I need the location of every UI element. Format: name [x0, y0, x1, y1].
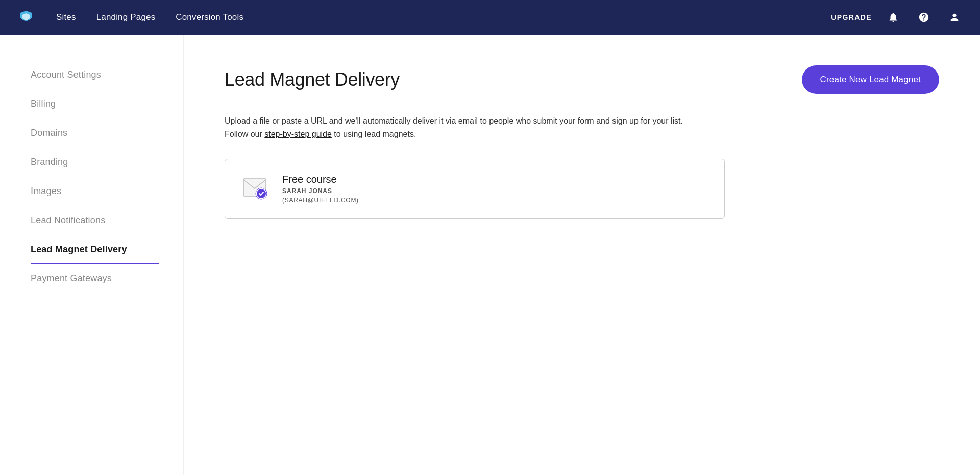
user-button[interactable] — [945, 8, 964, 27]
nav-conversion-tools[interactable]: Conversion Tools — [176, 12, 243, 22]
svg-point-3 — [257, 189, 266, 198]
nav-right: Upgrade — [831, 8, 964, 27]
description-text: Upload a file or paste a URL and we'll a… — [225, 114, 684, 140]
description-part2: to using lead magnets. — [332, 130, 416, 138]
sidebar-item-images[interactable]: Images — [31, 177, 159, 206]
lead-magnet-icon — [241, 175, 270, 203]
main-header: Lead Magnet Delivery Create New Lead Mag… — [225, 65, 939, 94]
card-info: Free course SARAH JONAS (SARAH@UIFEED.CO… — [282, 174, 359, 204]
sidebar-item-lead-magnet-delivery[interactable]: Lead Magnet Delivery — [31, 235, 159, 264]
sidebar-item-lead-notifications[interactable]: Lead Notifications — [31, 206, 159, 235]
main-content: Lead Magnet Delivery Create New Lead Mag… — [184, 35, 980, 475]
sidebar-item-branding[interactable]: Branding — [31, 148, 159, 177]
nav-links: Sites Landing Pages Conversion Tools — [56, 12, 811, 22]
logo-icon[interactable] — [16, 8, 36, 27]
sidebar-item-payment-gateways[interactable]: Payment Gateways — [31, 264, 159, 293]
page-title: Lead Magnet Delivery — [225, 69, 400, 90]
create-new-lead-magnet-button[interactable]: Create New Lead Magnet — [802, 65, 939, 94]
lead-magnet-card[interactable]: Free course SARAH JONAS (SARAH@UIFEED.CO… — [225, 159, 725, 219]
sidebar-item-billing[interactable]: Billing — [31, 89, 159, 118]
sidebar-item-domains[interactable]: Domains — [31, 118, 159, 148]
card-name: SARAH JONAS — [282, 187, 359, 195]
sidebar: Account Settings Billing Domains Brandin… — [0, 35, 184, 475]
step-by-step-guide-link[interactable]: step-by-step guide — [264, 130, 332, 138]
nav-landing-pages[interactable]: Landing Pages — [96, 12, 156, 22]
help-button[interactable] — [915, 8, 933, 27]
page-body: Account Settings Billing Domains Brandin… — [0, 35, 980, 475]
sidebar-item-account-settings[interactable]: Account Settings — [31, 60, 159, 89]
nav-sites[interactable]: Sites — [56, 12, 76, 22]
notifications-button[interactable] — [884, 8, 902, 27]
card-email: (SARAH@UIFEED.COM) — [282, 197, 359, 204]
card-title: Free course — [282, 174, 359, 185]
upgrade-button[interactable]: Upgrade — [831, 13, 872, 21]
top-navigation: Sites Landing Pages Conversion Tools Upg… — [0, 0, 980, 35]
